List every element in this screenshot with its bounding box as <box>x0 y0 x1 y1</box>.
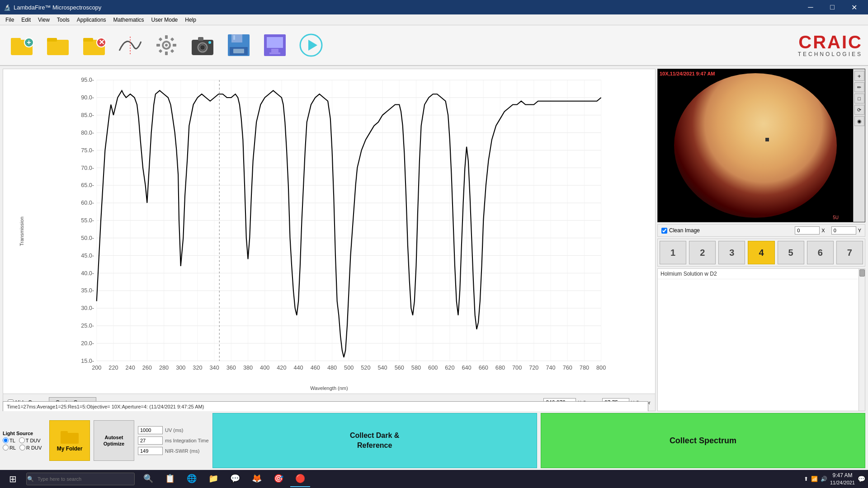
spectrum-view-button[interactable] <box>259 29 291 61</box>
tduv-option[interactable]: T DUV <box>19 437 41 443</box>
sys-icon-volume[interactable]: 🔊 <box>821 476 827 482</box>
bottom-controls: Light Source TL T DUV RL R DUV My Folder <box>0 411 868 470</box>
svg-rect-15 <box>156 44 160 47</box>
svg-text:60.0-: 60.0- <box>81 199 94 206</box>
taskbar-app-teams[interactable]: 💬 <box>225 471 245 487</box>
circle-button[interactable]: ◉ <box>854 116 864 126</box>
rduv-radio[interactable] <box>19 445 25 450</box>
menu-view[interactable]: View <box>34 16 53 24</box>
svg-text:280: 280 <box>159 364 169 371</box>
select-button[interactable]: □ <box>854 94 864 103</box>
autoset-label: Autoset <box>105 435 123 440</box>
x-coord-input[interactable] <box>795 226 820 235</box>
date-display: 11/24/2021 <box>830 479 855 486</box>
tl-radio[interactable] <box>3 437 9 443</box>
taskbar-app-taskview[interactable]: 📋 <box>160 471 180 487</box>
svg-text:50.0-: 50.0- <box>81 235 94 241</box>
svg-text:15.0-: 15.0- <box>81 357 94 364</box>
scope-timestamp: 10X,11/24/2021 9:47 AM <box>660 71 715 76</box>
nir-label: NIR-SWIR (ms) <box>165 448 199 454</box>
integration-input[interactable] <box>138 436 163 445</box>
svg-rect-19 <box>159 49 162 53</box>
collect-spectrum-button[interactable]: Collect Spectrum <box>541 413 865 468</box>
svg-rect-33 <box>271 49 278 52</box>
svg-text:520: 520 <box>361 364 370 371</box>
scope-sample-mark <box>765 138 769 141</box>
svg-text:680: 680 <box>495 364 505 371</box>
y-coord-input[interactable] <box>831 226 856 235</box>
taskbar: ⊞ 🔍 🔍 📋 🌐 📁 💬 🦊 🎯 🔴 ⬆ 📶 🔊 9:47 AM 11/24/… <box>0 470 868 488</box>
close-button[interactable]: ✕ <box>844 0 864 14</box>
taskbar-search-input[interactable] <box>26 473 135 485</box>
num-btn-4[interactable]: 4 <box>748 241 774 264</box>
num-btn-6[interactable]: 6 <box>807 241 834 264</box>
menu-help[interactable]: Help <box>181 16 200 24</box>
tduv-radio[interactable] <box>19 437 25 443</box>
svg-text:300: 300 <box>176 364 185 371</box>
svg-text:✕: ✕ <box>99 38 104 46</box>
collect-spectrum-label: Collect Spectrum <box>670 436 736 446</box>
num-btn-1[interactable]: 1 <box>660 241 686 264</box>
autoset-optimize-button[interactable]: Autoset Optimize <box>94 420 134 461</box>
rotate-button[interactable]: ⟳ <box>854 105 864 115</box>
svg-text:65.0-: 65.0- <box>81 182 94 188</box>
menu-applications[interactable]: Applications <box>73 16 110 24</box>
clean-image-checkbox[interactable] <box>661 228 667 234</box>
menu-file[interactable]: File <box>2 16 18 24</box>
taskbar-app-firefox[interactable]: 🦊 <box>247 471 267 487</box>
nir-ms-input[interactable] <box>138 447 163 455</box>
my-folder-label: My Folder <box>57 446 83 452</box>
num-btn-2[interactable]: 2 <box>689 241 716 264</box>
menu-tools[interactable]: Tools <box>53 16 73 24</box>
my-folder-button[interactable]: My Folder <box>49 420 90 461</box>
num-btn-7[interactable]: 7 <box>836 241 863 264</box>
status-text: Time1=27ms:Average1=25:Res1=5:Objective=… <box>7 404 204 409</box>
tl-option[interactable]: TL <box>3 437 15 443</box>
svg-rect-34 <box>269 52 280 54</box>
minimize-button[interactable]: ─ <box>800 0 821 14</box>
taskbar-app-lambdafire[interactable]: 🔴 <box>290 471 310 487</box>
clock: 9:47 AM 11/24/2021 <box>830 472 855 486</box>
sys-icon-network[interactable]: 📶 <box>811 476 818 482</box>
taskbar-right: ⬆ 📶 🔊 9:47 AM 11/24/2021 💬 <box>804 472 865 486</box>
clean-image-row: Clean Image X Y <box>657 224 865 237</box>
svg-marker-36 <box>308 40 317 51</box>
holmium-scrollbar-thumb[interactable] <box>859 269 865 277</box>
taskbar-app-5[interactable]: 🎯 <box>269 471 288 487</box>
settings-button[interactable] <box>150 29 183 61</box>
holmium-scrollbar[interactable] <box>859 269 865 411</box>
zoom-in-button[interactable]: + <box>854 71 864 81</box>
num-btn-3[interactable]: 3 <box>718 241 745 264</box>
rl-option[interactable]: RL <box>3 445 16 450</box>
camera-button[interactable] <box>186 29 219 61</box>
num-btn-5[interactable]: 5 <box>778 241 804 264</box>
menu-edit[interactable]: Edit <box>18 16 34 24</box>
holmium-title: Holmium Solution w D2 <box>658 269 865 279</box>
curve-button[interactable] <box>114 29 146 61</box>
taskbar-app-search[interactable]: 🔍 <box>138 471 158 487</box>
svg-text:720: 720 <box>529 364 538 371</box>
taskbar-app-explorer[interactable]: 📁 <box>203 471 223 487</box>
rl-radio[interactable] <box>3 445 9 450</box>
rduv-option[interactable]: R DUV <box>19 445 42 450</box>
svg-text:400: 400 <box>260 364 269 371</box>
delete-folder-button[interactable]: ✕ <box>78 29 110 61</box>
menu-mathematics[interactable]: Mathematics <box>110 16 148 24</box>
toolbar: + ✕ <box>0 25 868 66</box>
svg-text:540: 540 <box>377 364 387 371</box>
taskbar-app-edge[interactable]: 🌐 <box>182 471 202 487</box>
notification-icon[interactable]: 💬 <box>858 475 865 483</box>
svg-text:360: 360 <box>226 364 236 371</box>
new-folder-button[interactable]: + <box>5 29 38 61</box>
collect-dark-reference-button[interactable]: Collect Dark &Reference <box>212 413 537 468</box>
open-folder-button[interactable] <box>42 29 74 61</box>
play-button[interactable] <box>295 29 327 61</box>
draw-button[interactable]: ✏ <box>854 82 864 92</box>
menu-usermode[interactable]: User Mode <box>148 16 182 24</box>
uv-ms-input[interactable] <box>138 426 163 434</box>
start-button[interactable]: ⊞ <box>3 471 23 487</box>
save-button[interactable] <box>222 29 255 61</box>
sys-icon-up[interactable]: ⬆ <box>804 476 808 482</box>
maximize-button[interactable]: □ <box>822 0 843 14</box>
clean-image-label[interactable]: Clean Image <box>661 227 700 234</box>
